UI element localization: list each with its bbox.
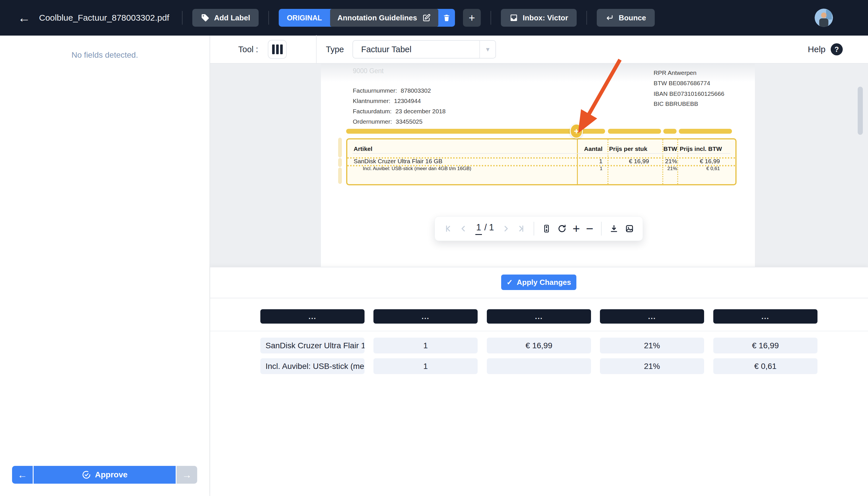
mapped-cell[interactable]: Incl. Auvibel: USB-stick (meer dan 4GB t… [260,358,365,374]
next-page-button[interactable] [501,224,511,233]
table-cell: € 16,99 [700,158,720,165]
viewer-toolbar: Tool : Type Factuur Tabel ▾ Help ? [210,35,868,64]
mapped-cell[interactable]: € 16,99 [487,338,591,353]
apply-changes-label: Apply Changes [517,278,571,287]
avatar[interactable] [814,9,833,27]
column-divider-dotted[interactable] [607,139,609,184]
table-cell: Incl. Auvibel: USB-stick (meer dan 4GB t… [363,166,471,172]
column-mapping-header[interactable]: ... [260,309,365,324]
type-select[interactable]: Factuur Tabel ▾ [352,40,496,59]
fit-page-button[interactable] [542,224,551,233]
help-button[interactable]: Help ? [808,43,868,56]
invoice-field: Factuurdatum:23 december 2018 [353,108,446,115]
column-mapping-header[interactable]: ... [713,309,818,324]
mapped-cell[interactable]: 1 [374,358,478,374]
columns-icon [272,45,283,54]
chevron-down-icon: ▾ [479,41,496,58]
next-document-button[interactable]: → [177,466,197,484]
zoom-out-button[interactable]: − [586,222,593,235]
column-mapping-header[interactable]: ... [374,309,478,324]
fit-height-icon [542,224,551,233]
tool-label: Tool : [238,45,258,54]
delete-guidelines-button[interactable] [438,9,455,27]
row-handle[interactable] [338,158,342,167]
company-line: BTW BE0867686774 [654,80,710,87]
divider [587,11,587,25]
zoom-in-button[interactable]: + [573,222,580,235]
annotation-bar-segment[interactable] [679,129,732,134]
trash-icon [443,14,451,22]
table-header-cell: BTW [663,145,677,152]
table-cell: SanDisk Cruzer Ultra Flair 16 GB [354,158,442,165]
field-value: 33455025 [396,118,423,125]
export-image-button[interactable] [625,224,634,233]
row-handle[interactable] [338,168,342,184]
table-cell: € 16,99 [629,158,649,165]
first-page-button[interactable] [443,224,453,233]
address-line: 9000 Gent [353,67,383,75]
field-value: 878003302 [401,87,431,94]
original-toggle[interactable]: ORIGINAL [279,9,330,27]
mapped-cell[interactable] [487,358,591,374]
field-value: 12304944 [394,97,421,104]
annotation-guidelines-tab[interactable]: Annotation Guidelines [330,9,438,27]
add-column-marker[interactable]: + [570,124,583,139]
column-divider-dotted[interactable] [677,139,678,184]
guidelines-segmented-control: ORIGINAL Annotation Guidelines [279,9,455,27]
company-line: IBAN BE07310160125666 [654,90,724,97]
arrow-left-icon: ← [17,469,27,481]
table-header-cell: Aantal [584,145,603,152]
back-icon[interactable]: ← [18,12,30,24]
approve-label: Approve [95,470,128,479]
current-page[interactable]: 1 [475,222,482,235]
table-cell: 1 [599,158,603,165]
mapped-cell[interactable]: 1 [374,338,478,353]
annotation-bar-segment[interactable] [346,129,605,134]
pager-toolbar: 1 / 1 + − [435,216,643,241]
table-cell: € 0,61 [706,166,720,172]
rotate-button[interactable] [557,224,566,233]
field-label: Klantnummer: [353,97,390,104]
annotation-guidelines-label: Annotation Guidelines [337,14,417,22]
inbox-button[interactable]: Inbox: Victor [501,9,577,27]
invoice-field: Factuurnummer:878003302 [353,87,431,94]
header-rule [352,153,730,154]
annotation-bar-segment[interactable] [608,129,661,134]
divider [210,331,868,331]
mapped-cell[interactable]: SanDisk Cruzer Ultra Flair 16 GB [260,338,365,353]
annotation-bar-segment[interactable] [663,129,676,134]
download-button[interactable] [609,224,619,233]
table-header-cell: Prijs per stuk [609,145,647,152]
row-handle[interactable] [338,138,342,157]
column-mapping-header[interactable]: ... [487,309,591,324]
column-divider[interactable] [577,139,578,184]
first-page-icon [443,224,453,233]
invoice-table[interactable]: Artikel Aantal Prijs per stuk BTW Prijs … [346,138,736,185]
previous-document-button[interactable]: ← [12,466,33,484]
field-label: Ordernummer: [353,118,392,125]
add-label-button[interactable]: Add Label [192,9,259,27]
mapped-cell[interactable]: 21% [600,338,704,353]
scrollbar-thumb[interactable] [858,87,863,135]
bounce-icon [605,14,614,22]
column-tool-button[interactable] [268,40,287,59]
field-label: Factuurnummer: [353,87,397,94]
inbox-label: Inbox: Victor [523,14,568,22]
column-mapping-header[interactable]: ... [600,309,704,324]
field-label: Factuurdatum: [353,108,392,114]
chevron-left-icon [459,224,468,233]
divider [269,11,269,25]
mapped-cell[interactable]: € 0,61 [713,358,818,374]
table-cell: 21% [665,158,677,165]
apply-changes-button[interactable]: ✓ Apply Changes [501,275,576,290]
bounce-button[interactable]: Bounce [597,9,654,27]
add-guideline-button[interactable]: + [463,9,481,27]
prev-page-button[interactable] [459,224,468,233]
table-header-cell: Prijs incl. BTW [680,145,722,152]
last-page-button[interactable] [516,224,526,233]
mapped-cell[interactable]: 21% [600,358,704,374]
approve-button-group: ← Approve → [12,466,197,484]
mapped-cell[interactable]: € 16,99 [713,338,818,353]
last-page-icon [517,224,526,233]
approve-button[interactable]: Approve [34,466,176,484]
